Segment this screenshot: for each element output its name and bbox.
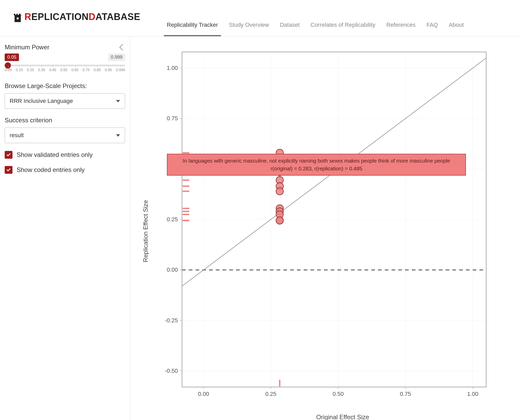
tick: 0.25 (27, 68, 34, 72)
tick: 0.45 (49, 68, 56, 72)
svg-text:0.25: 0.25 (265, 391, 276, 397)
slider-max-badge: 0.999 (108, 54, 125, 61)
project-select[interactable]: RRR Inclusive Language (5, 93, 125, 109)
slider-value-badge: 0.05 (5, 54, 19, 61)
main: Minimum Power 0.05 0.999 0.05 0.15 0.25 … (0, 36, 520, 420)
caret-down-icon (116, 134, 120, 137)
criterion-select[interactable]: result (5, 128, 125, 143)
svg-text:0.00: 0.00 (167, 266, 178, 273)
min-power-header: Minimum Power (5, 44, 125, 51)
x-axis-label: Original Effect Size (316, 414, 369, 420)
criterion-label: Success criterion (5, 117, 125, 124)
min-power-slider: 0.05 0.999 0.05 0.15 0.25 0.35 0.45 0.55… (5, 54, 125, 72)
tab-study-overview[interactable]: Study Overview (228, 22, 269, 36)
svg-point-55 (276, 188, 283, 195)
tick: 0.75 (82, 68, 89, 72)
tick: 0.85 (94, 68, 101, 72)
cb-coded-label: Show coded entries only (17, 166, 85, 174)
tab-references[interactable]: References (386, 22, 416, 36)
tooltip: In languages with generic masculine, not… (167, 154, 466, 176)
sidebar: Minimum Power 0.05 0.999 0.05 0.15 0.25 … (0, 36, 130, 420)
logo-text-r: R (24, 11, 31, 22)
tab-replicability-tracker[interactable]: Replicability Tracker (166, 22, 219, 36)
tick: 0.55 (60, 68, 67, 72)
check-icon (6, 167, 11, 171)
svg-point-60 (276, 217, 283, 224)
svg-text:0.00: 0.00 (198, 391, 209, 397)
svg-text:0.50: 0.50 (333, 391, 344, 397)
tick: 0.95 (105, 68, 112, 72)
svg-text:-0.50: -0.50 (165, 368, 178, 374)
criterion-select-value: result (10, 132, 24, 139)
content: Replication Effect Size 0.000.250.500.75… (130, 36, 520, 420)
cb-validated-label: Show validated entries only (17, 151, 93, 158)
svg-text:0.75: 0.75 (400, 391, 411, 397)
chart: Replication Effect Size 0.000.250.500.75… (148, 44, 502, 418)
min-power-label: Minimum Power (5, 44, 49, 51)
check-icon (6, 152, 11, 156)
tick: 0.05 (5, 68, 12, 72)
tab-faq[interactable]: FAQ (426, 22, 438, 36)
tick: 0.15 (16, 68, 23, 72)
tab-correlates[interactable]: Correlates of Replicability (310, 22, 376, 36)
slider-ticks: 0.05 0.15 0.25 0.35 0.45 0.55 0.65 0.75 … (5, 68, 125, 72)
tooltip-line1: In languages with generic masculine, not… (171, 157, 462, 165)
tab-about[interactable]: About (448, 22, 464, 36)
header: REPLICATION DATABASE Replicability Track… (0, 0, 520, 36)
svg-text:1.00: 1.00 (467, 391, 478, 397)
tick: 0.999 (116, 68, 125, 72)
logo-text-d: D (89, 11, 96, 22)
cb-validated[interactable] (5, 151, 12, 159)
tick: 0.65 (72, 68, 79, 72)
svg-text:-0.25: -0.25 (165, 317, 178, 324)
cb-validated-row: Show validated entries only (5, 151, 125, 159)
slider-track[interactable] (5, 65, 125, 66)
svg-point-0 (17, 17, 19, 19)
cb-coded[interactable] (5, 166, 12, 174)
tower-icon (13, 12, 22, 22)
tick: 0.35 (38, 68, 45, 72)
svg-text:0.25: 0.25 (167, 216, 178, 223)
tab-dataset[interactable]: Dataset (279, 22, 300, 36)
project-select-value: RRR Inclusive Language (10, 98, 73, 104)
tooltip-line2: r(original) = 0.283, r(replication) = 0.… (171, 165, 462, 172)
chevron-left-icon[interactable] (119, 44, 126, 50)
caret-down-icon (116, 100, 120, 102)
y-axis-label: Replication Effect Size (142, 200, 149, 262)
svg-text:1.00: 1.00 (167, 65, 178, 71)
logo: REPLICATION DATABASE (13, 11, 140, 22)
scatter-plot[interactable]: 0.000.250.500.751.00-0.50-0.250.000.250.… (164, 44, 491, 408)
logo-text-eplication: EPLICATION (31, 11, 89, 22)
cb-coded-row: Show coded entries only (5, 166, 125, 174)
nav-tabs: Replicability Tracker Study Overview Dat… (166, 5, 464, 36)
logo-text-atabase: ATABASE (95, 11, 140, 22)
browse-label: Browse Large-Scale Projects: (5, 82, 125, 90)
svg-text:0.75: 0.75 (167, 115, 178, 122)
